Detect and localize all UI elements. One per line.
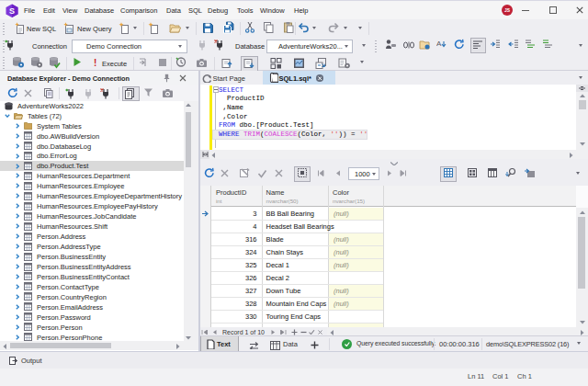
svg-text:A: A: [436, 40, 442, 48]
svg-text:S: S: [9, 6, 15, 16]
